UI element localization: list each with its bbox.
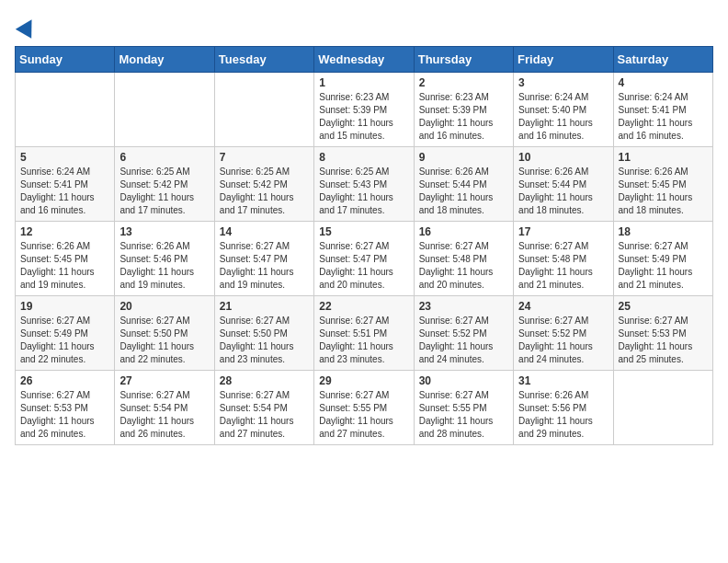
calendar-cell: 19Sunrise: 6:27 AMSunset: 5:49 PMDayligh… — [16, 296, 115, 371]
day-info: Sunrise: 6:27 AMSunset: 5:53 PMDaylight:… — [619, 315, 708, 366]
day-number: 28 — [220, 374, 309, 387]
day-number: 29 — [319, 374, 408, 387]
calendar-week-row: 1Sunrise: 6:23 AMSunset: 5:39 PMDaylight… — [16, 73, 713, 147]
calendar-cell: 17Sunrise: 6:27 AMSunset: 5:48 PMDayligh… — [514, 222, 613, 296]
weekday-header: Saturday — [613, 47, 712, 73]
calendar-cell: 28Sunrise: 6:27 AMSunset: 5:54 PMDayligh… — [214, 371, 313, 445]
day-number: 9 — [419, 151, 508, 164]
calendar-cell: 24Sunrise: 6:27 AMSunset: 5:52 PMDayligh… — [514, 296, 613, 371]
calendar-week-row: 26Sunrise: 6:27 AMSunset: 5:53 PMDayligh… — [16, 371, 713, 445]
weekday-header: Sunday — [16, 47, 115, 73]
day-info: Sunrise: 6:27 AMSunset: 5:54 PMDaylight:… — [119, 389, 209, 441]
calendar-week-row: 19Sunrise: 6:27 AMSunset: 5:49 PMDayligh… — [16, 296, 713, 371]
day-number: 17 — [518, 225, 608, 238]
day-info: Sunrise: 6:27 AMSunset: 5:50 PMDaylight:… — [220, 315, 309, 366]
day-info: Sunrise: 6:27 AMSunset: 5:51 PMDaylight:… — [319, 315, 408, 366]
day-info: Sunrise: 6:27 AMSunset: 5:48 PMDaylight:… — [518, 240, 608, 292]
day-info: Sunrise: 6:27 AMSunset: 5:55 PMDaylight:… — [419, 389, 508, 441]
day-info: Sunrise: 6:27 AMSunset: 5:52 PMDaylight:… — [419, 315, 508, 366]
day-number: 7 — [220, 151, 309, 164]
calendar-cell: 8Sunrise: 6:25 AMSunset: 5:43 PMDaylight… — [314, 147, 414, 222]
page-header — [15, 15, 713, 35]
day-number: 8 — [319, 151, 408, 164]
calendar-cell: 22Sunrise: 6:27 AMSunset: 5:51 PMDayligh… — [314, 296, 414, 371]
day-number: 3 — [518, 76, 608, 89]
calendar-table: SundayMondayTuesdayWednesdayThursdayFrid… — [15, 46, 713, 445]
day-number: 1 — [319, 76, 408, 89]
day-number: 24 — [518, 300, 608, 313]
day-info: Sunrise: 6:27 AMSunset: 5:48 PMDaylight:… — [419, 240, 508, 292]
calendar-cell: 12Sunrise: 6:26 AMSunset: 5:45 PMDayligh… — [16, 222, 115, 296]
day-info: Sunrise: 6:24 AMSunset: 5:40 PMDaylight:… — [518, 91, 608, 143]
day-info: Sunrise: 6:27 AMSunset: 5:47 PMDaylight:… — [220, 240, 309, 292]
calendar-cell: 27Sunrise: 6:27 AMSunset: 5:54 PMDayligh… — [115, 371, 214, 445]
calendar-cell: 10Sunrise: 6:26 AMSunset: 5:44 PMDayligh… — [514, 147, 613, 222]
day-number: 25 — [619, 300, 708, 313]
calendar-cell: 18Sunrise: 6:27 AMSunset: 5:49 PMDayligh… — [613, 222, 712, 296]
calendar-cell: 16Sunrise: 6:27 AMSunset: 5:48 PMDayligh… — [414, 222, 513, 296]
day-info: Sunrise: 6:26 AMSunset: 5:44 PMDaylight:… — [419, 166, 508, 217]
day-number: 23 — [419, 300, 508, 313]
calendar-cell: 26Sunrise: 6:27 AMSunset: 5:53 PMDayligh… — [16, 371, 115, 445]
day-number: 12 — [20, 225, 109, 238]
calendar-cell: 21Sunrise: 6:27 AMSunset: 5:50 PMDayligh… — [214, 296, 313, 371]
day-info: Sunrise: 6:27 AMSunset: 5:52 PMDaylight:… — [518, 315, 608, 366]
weekday-header: Friday — [514, 47, 613, 73]
calendar-cell: 3Sunrise: 6:24 AMSunset: 5:40 PMDaylight… — [514, 73, 613, 147]
day-info: Sunrise: 6:24 AMSunset: 5:41 PMDaylight:… — [619, 91, 708, 143]
calendar-cell — [16, 73, 115, 147]
day-number: 2 — [419, 76, 508, 89]
weekday-header: Wednesday — [314, 47, 414, 73]
day-info: Sunrise: 6:25 AMSunset: 5:42 PMDaylight:… — [119, 166, 209, 217]
day-number: 13 — [119, 225, 209, 238]
logo — [15, 15, 37, 35]
day-number: 22 — [319, 300, 408, 313]
calendar-cell: 7Sunrise: 6:25 AMSunset: 5:42 PMDaylight… — [214, 147, 313, 222]
day-number: 27 — [119, 374, 209, 387]
calendar-cell: 13Sunrise: 6:26 AMSunset: 5:46 PMDayligh… — [115, 222, 214, 296]
calendar-cell: 23Sunrise: 6:27 AMSunset: 5:52 PMDayligh… — [414, 296, 513, 371]
day-info: Sunrise: 6:26 AMSunset: 5:45 PMDaylight:… — [619, 166, 708, 217]
day-number: 26 — [20, 374, 109, 387]
day-info: Sunrise: 6:23 AMSunset: 5:39 PMDaylight:… — [319, 91, 408, 143]
calendar-week-row: 5Sunrise: 6:24 AMSunset: 5:41 PMDaylight… — [16, 147, 713, 222]
day-info: Sunrise: 6:26 AMSunset: 5:45 PMDaylight:… — [20, 240, 109, 292]
calendar-cell — [214, 73, 313, 147]
day-info: Sunrise: 6:27 AMSunset: 5:54 PMDaylight:… — [220, 389, 309, 441]
day-number: 14 — [220, 225, 309, 238]
logo-triangle-icon — [16, 15, 40, 39]
day-number: 5 — [20, 151, 109, 164]
day-info: Sunrise: 6:27 AMSunset: 5:55 PMDaylight:… — [319, 389, 408, 441]
day-info: Sunrise: 6:26 AMSunset: 5:44 PMDaylight:… — [518, 166, 608, 217]
calendar-week-row: 12Sunrise: 6:26 AMSunset: 5:45 PMDayligh… — [16, 222, 713, 296]
calendar-cell: 2Sunrise: 6:23 AMSunset: 5:39 PMDaylight… — [414, 73, 513, 147]
day-number: 20 — [119, 300, 209, 313]
day-number: 15 — [319, 225, 408, 238]
day-info: Sunrise: 6:27 AMSunset: 5:49 PMDaylight:… — [619, 240, 708, 292]
calendar-cell — [613, 371, 712, 445]
calendar-cell: 9Sunrise: 6:26 AMSunset: 5:44 PMDaylight… — [414, 147, 513, 222]
day-info: Sunrise: 6:27 AMSunset: 5:50 PMDaylight:… — [119, 315, 209, 366]
calendar-cell: 4Sunrise: 6:24 AMSunset: 5:41 PMDaylight… — [613, 73, 712, 147]
calendar-cell: 6Sunrise: 6:25 AMSunset: 5:42 PMDaylight… — [115, 147, 214, 222]
day-number: 19 — [20, 300, 109, 313]
day-number: 10 — [518, 151, 608, 164]
calendar-cell: 15Sunrise: 6:27 AMSunset: 5:47 PMDayligh… — [314, 222, 414, 296]
weekday-header: Tuesday — [214, 47, 313, 73]
day-info: Sunrise: 6:27 AMSunset: 5:49 PMDaylight:… — [20, 315, 109, 366]
calendar-cell: 30Sunrise: 6:27 AMSunset: 5:55 PMDayligh… — [414, 371, 513, 445]
calendar-cell: 14Sunrise: 6:27 AMSunset: 5:47 PMDayligh… — [214, 222, 313, 296]
day-number: 18 — [619, 225, 708, 238]
day-info: Sunrise: 6:26 AMSunset: 5:46 PMDaylight:… — [119, 240, 209, 292]
calendar-cell: 1Sunrise: 6:23 AMSunset: 5:39 PMDaylight… — [314, 73, 414, 147]
day-info: Sunrise: 6:26 AMSunset: 5:56 PMDaylight:… — [518, 389, 608, 441]
day-info: Sunrise: 6:27 AMSunset: 5:53 PMDaylight:… — [20, 389, 109, 441]
calendar-cell: 11Sunrise: 6:26 AMSunset: 5:45 PMDayligh… — [613, 147, 712, 222]
day-number: 21 — [220, 300, 309, 313]
calendar-cell: 5Sunrise: 6:24 AMSunset: 5:41 PMDaylight… — [16, 147, 115, 222]
weekday-header: Thursday — [414, 47, 513, 73]
calendar-cell: 25Sunrise: 6:27 AMSunset: 5:53 PMDayligh… — [613, 296, 712, 371]
day-number: 30 — [419, 374, 508, 387]
day-number: 4 — [619, 76, 708, 89]
day-info: Sunrise: 6:24 AMSunset: 5:41 PMDaylight:… — [20, 166, 109, 217]
